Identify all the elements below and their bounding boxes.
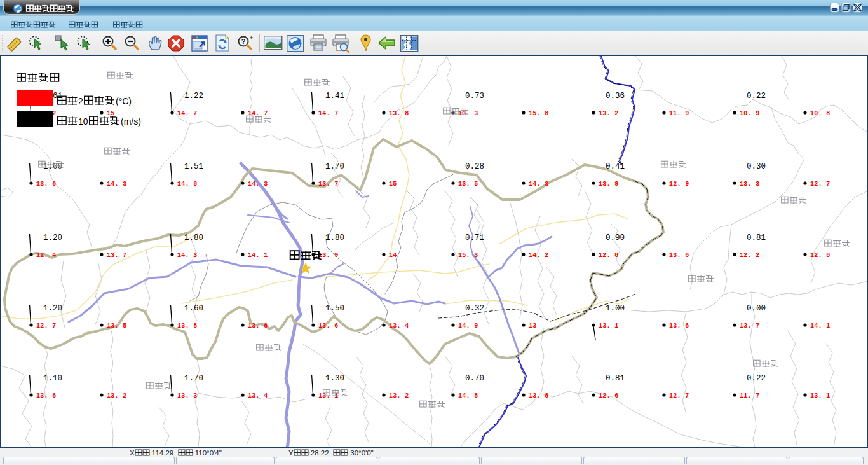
svg-text:14. 2: 14. 2 [529, 252, 549, 259]
svg-text:13. 7: 13. 7 [107, 252, 127, 259]
svg-text:0.32: 0.32 [465, 304, 484, 313]
svg-text:14. 1: 14. 1 [248, 252, 268, 259]
svg-text:10. 8: 10. 8 [810, 110, 831, 117]
svg-text:0.90: 0.90 [606, 233, 625, 242]
svg-text:13. 6: 13. 6 [669, 323, 689, 330]
svg-text:12. 4: 12. 4 [36, 252, 57, 259]
svg-text:12. 7: 12. 7 [810, 181, 831, 188]
svg-text:13. 4: 13. 4 [248, 392, 268, 399]
svg-text:14. 9: 14. 9 [458, 323, 478, 330]
svg-text:14. 3: 14. 3 [177, 252, 198, 259]
svg-text:12. 6: 12. 6 [599, 392, 619, 399]
svg-text:1.80: 1.80 [325, 233, 344, 242]
svg-text:13. 1: 13. 1 [810, 392, 831, 399]
svg-text:12. 2: 12. 2 [740, 252, 760, 259]
svg-text:±: ± [250, 34, 253, 41]
svg-text:12. 8: 12. 8 [810, 252, 831, 259]
svg-text:(m/s): (m/s) [121, 116, 141, 127]
svg-text:13. 8: 13. 8 [529, 392, 549, 399]
svg-text:13. 7: 13. 7 [318, 181, 339, 188]
svg-text:14. 7: 14. 7 [318, 110, 339, 117]
svg-text:13. 2: 13. 2 [107, 392, 127, 399]
svg-text:11. 9: 11. 9 [669, 110, 689, 117]
svg-text:1.51: 1.51 [184, 162, 203, 171]
svg-text:13. 5: 13. 5 [458, 181, 478, 188]
svg-text:1.20: 1.20 [43, 233, 62, 242]
svg-text:13. 3: 13. 3 [458, 110, 478, 117]
svg-text:1.80: 1.80 [184, 233, 203, 242]
svg-text:13: 13 [529, 323, 537, 330]
svg-text:?: ? [241, 38, 246, 45]
svg-text:1.41: 1.41 [325, 92, 344, 101]
svg-text:0.41: 0.41 [606, 162, 625, 171]
svg-text:1.00: 1.00 [606, 304, 625, 313]
svg-text:12. 9: 12. 9 [669, 181, 689, 188]
svg-text:0.22: 0.22 [747, 92, 766, 101]
svg-text:10: 10 [78, 116, 88, 127]
svg-text:13. 3: 13. 3 [740, 181, 760, 188]
svg-text:15: 15 [389, 181, 397, 188]
svg-text:14: 14 [389, 252, 397, 259]
svg-text:14. 3: 14. 3 [248, 181, 268, 188]
svg-text:14. 8: 14. 8 [458, 392, 478, 399]
svg-text:1.60: 1.60 [184, 304, 203, 313]
svg-text:13. 8: 13. 8 [248, 323, 268, 330]
svg-text:13. 1: 13. 1 [599, 323, 619, 330]
svg-text:13. 8: 13. 8 [389, 110, 409, 117]
svg-text:1.50: 1.50 [325, 304, 344, 313]
svg-text:0.00: 0.00 [747, 304, 766, 313]
svg-text:0.30: 0.30 [747, 162, 766, 171]
svg-text:12. 7: 12. 7 [669, 392, 689, 399]
svg-text:0.81: 0.81 [747, 233, 766, 242]
svg-text:11. 7: 11. 7 [740, 392, 760, 399]
svg-text:12. 8: 12. 8 [599, 252, 619, 259]
svg-text:1.70: 1.70 [184, 374, 203, 383]
svg-text:13. 2: 13. 2 [599, 110, 619, 117]
svg-text:14. 1: 14. 1 [810, 323, 831, 330]
svg-text:13. 8: 13. 8 [177, 323, 198, 330]
svg-text:0.28: 0.28 [465, 162, 484, 171]
svg-text:0.81: 0.81 [606, 374, 625, 383]
svg-text:0.73: 0.73 [465, 92, 484, 101]
svg-text:14. 8: 14. 8 [177, 181, 198, 188]
svg-text:15. 8: 15. 8 [529, 110, 549, 117]
svg-text:15. 3: 15. 3 [458, 252, 478, 259]
svg-text:14. 7: 14. 7 [177, 110, 198, 117]
svg-text:1.20: 1.20 [43, 304, 62, 313]
svg-text:15: 15 [107, 110, 115, 117]
svg-text:13. 7: 13. 7 [740, 323, 760, 330]
svg-text:13. 6: 13. 6 [669, 252, 689, 259]
svg-text:13. 2: 13. 2 [389, 392, 409, 399]
svg-text:0.71: 0.71 [465, 233, 484, 242]
svg-text:13. 6: 13. 6 [36, 181, 57, 188]
svg-text:0.22: 0.22 [747, 374, 766, 383]
svg-text:13. 5: 13. 5 [107, 323, 127, 330]
svg-text:1.22: 1.22 [184, 92, 203, 101]
svg-text:2: 2 [78, 96, 83, 106]
svg-text:12. 7: 12. 7 [36, 323, 57, 330]
svg-text:1.30: 1.30 [325, 374, 344, 383]
svg-text:13. 6: 13. 6 [36, 392, 57, 399]
svg-text:13. 6: 13. 6 [318, 323, 339, 330]
svg-text:13. 9: 13. 9 [599, 181, 619, 188]
svg-text:0.36: 0.36 [606, 92, 625, 101]
svg-text:10. 9: 10. 9 [740, 110, 760, 117]
svg-text:14. 3: 14. 3 [529, 181, 549, 188]
svg-text:13. 3: 13. 3 [177, 392, 198, 399]
svg-text:13. 4: 13. 4 [389, 323, 409, 330]
svg-text:13. 9: 13. 9 [318, 252, 339, 259]
svg-text:1.70: 1.70 [325, 162, 344, 171]
svg-text:14. 3: 14. 3 [107, 181, 127, 188]
svg-text:1.10: 1.10 [43, 374, 62, 383]
svg-text:(°C): (°C) [116, 96, 132, 106]
svg-text:0.70: 0.70 [465, 374, 484, 383]
